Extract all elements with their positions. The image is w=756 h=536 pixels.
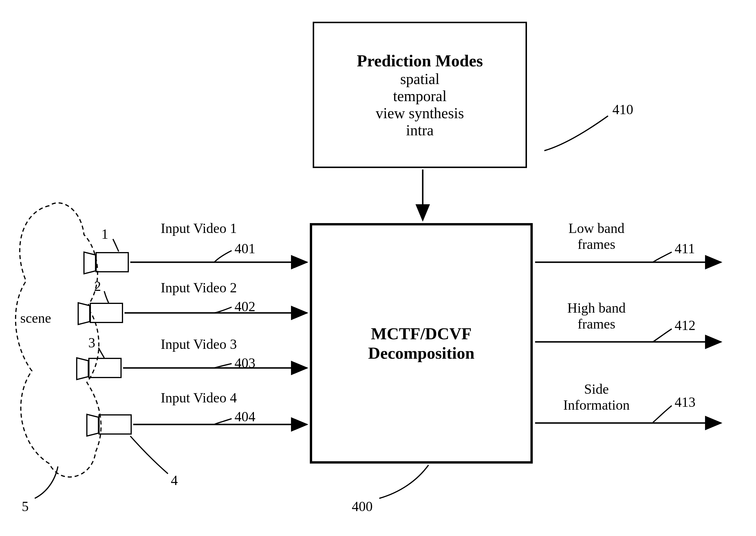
input-2-label: Input Video 2: [161, 280, 237, 295]
input-1-label: Input Video 1: [161, 220, 237, 236]
prediction-mode-view-synthesis: view synthesis: [376, 105, 464, 122]
prediction-modes-box: Prediction Modes spatial temporal view s…: [313, 22, 527, 168]
mctf-dcvf-line1: MCTF/DCVF: [371, 324, 472, 343]
output-high-band-l1: High band: [559, 300, 634, 316]
output-side-info-label: Side Information: [553, 381, 640, 413]
output-side-info-l2: Information: [553, 397, 640, 413]
scene-label: scene: [20, 310, 51, 326]
output-high-band-ref: 412: [675, 317, 696, 333]
output-side-info-l1: Side: [553, 381, 640, 397]
output-low-band-l2: frames: [559, 236, 634, 252]
input-2-ref: 402: [235, 298, 255, 314]
prediction-mode-intra: intra: [406, 122, 433, 139]
input-4-label: Input Video 4: [161, 390, 237, 406]
ref-410: 410: [613, 101, 633, 117]
camera-4-label: 4: [171, 472, 178, 488]
output-high-band-label: High band frames: [559, 300, 634, 332]
output-side-info-ref: 413: [675, 394, 696, 410]
input-4-ref: 404: [235, 409, 255, 424]
camera-1-label: 1: [101, 226, 108, 242]
output-low-band-ref: 411: [675, 241, 695, 256]
camera-2-label: 2: [94, 278, 101, 294]
input-1-ref: 401: [235, 241, 255, 256]
prediction-mode-spatial: spatial: [400, 70, 440, 87]
prediction-mode-temporal: temporal: [393, 87, 447, 105]
output-high-band-l2: frames: [559, 316, 634, 332]
mctf-dcvf-box: MCTF/DCVF Decomposition: [310, 223, 533, 464]
ref-5: 5: [22, 498, 29, 514]
input-3-label: Input Video 3: [161, 336, 237, 352]
camera-3-label: 3: [88, 335, 95, 351]
output-low-band-label: Low band frames: [559, 220, 634, 252]
prediction-modes-title: Prediction Modes: [357, 51, 483, 70]
input-3-ref: 403: [235, 355, 255, 371]
ref-400: 400: [352, 498, 373, 514]
mctf-dcvf-line2: Decomposition: [368, 343, 474, 363]
output-low-band-l1: Low band: [559, 220, 634, 236]
